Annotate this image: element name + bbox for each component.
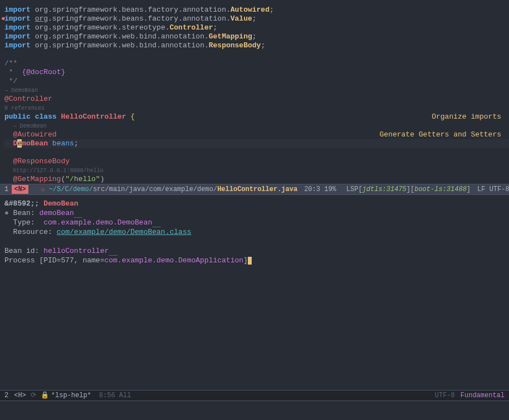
annotation-line[interactable]: @Controller [4, 95, 509, 104]
minibuffer[interactable] [0, 401, 509, 410]
inlay-hint: → DemoBean [4, 86, 509, 95]
help-resource: Resource: com/example/demo/DemoBean.clas… [4, 228, 505, 237]
help-process: Process [PID=577, name=com.example.demo.… [4, 256, 505, 266]
cursor-position: 8:56 All [99, 391, 131, 400]
modeline-bottom[interactable]: 2 <H> ⟳ 🔒 *lsp-help* 8:56 All UTF-8 Fund… [0, 390, 509, 401]
buffer-path: ~/S/C/demo/src/main/java/com/example/dem… [45, 185, 297, 194]
import-line[interactable]: import org.springframework.stereotype.Co… [4, 23, 509, 32]
current-line[interactable]: DemoBean beans; [4, 139, 509, 148]
blank-line [4, 237, 505, 247]
java-file-icon [31, 185, 38, 194]
help-bean: ● Bean: demoBean [4, 209, 505, 218]
lock-icon: 🔒 [41, 391, 49, 400]
blank-line [4, 50, 509, 59]
encoding-indicator: LF UTF-8 [477, 185, 509, 194]
class-declaration[interactable]: public class HelloController {Organize i… [4, 113, 509, 121]
import-line[interactable]: import org.springframework.beans.factory… [4, 6, 509, 14]
lsp-status: LSP[jdtls:31475][boot-ls:31488] [346, 185, 471, 194]
annotation-line[interactable]: @GetMapping("/hello") [4, 175, 509, 184]
javadoc-line[interactable]: */ [4, 77, 509, 86]
help-bean-id: Bean id: helloController [4, 247, 505, 256]
organize-imports-action[interactable]: Organize imports [432, 113, 501, 121]
annotation-line[interactable]: @AutowiredGenerate Getters and Setters [4, 130, 509, 139]
code-lens[interactable]: 0 references [4, 104, 509, 113]
blank-line [4, 148, 509, 157]
inlay-hint: → DemoBean [4, 121, 509, 130]
major-mode: Fundamental [461, 391, 505, 400]
window-number: 1 [4, 185, 8, 194]
cursor-icon [248, 257, 252, 265]
annotation-line[interactable]: @ResponseBody [4, 157, 509, 166]
javadoc-line[interactable]: * {@docRoot} [4, 68, 509, 77]
encoding-indicator: UTF-8 [435, 391, 455, 400]
evil-state-indicator: <N> [12, 185, 28, 194]
window-number: 2 [4, 391, 8, 400]
code-editor-pane[interactable]: import org.springframework.beans.factory… [0, 0, 509, 184]
java-file-icon: ♨ [41, 185, 45, 194]
modeline-top[interactable]: 1 <N> ♨ ~/S/C/demo/src/main/java/com/exa… [0, 184, 509, 195]
warning-marker-icon: ● [1, 14, 6, 23]
inlay-hint: http://127.0.0.1:8080/hello [4, 166, 509, 175]
cursor-position: 20:3 19% [304, 185, 336, 194]
import-line[interactable]: ●import org.springframework.beans.factor… [4, 14, 509, 23]
help-title: &#8592;; DemoBean [4, 199, 505, 209]
resource-link[interactable]: com/example/demo/DemoBean.class [57, 228, 192, 236]
lsp-help-pane[interactable]: &#8592;; DemoBean ● Bean: demoBean Type:… [0, 195, 509, 390]
refresh-icon: ⟳ [31, 391, 36, 400]
help-type: Type: com.example.demo.DemoBean [4, 218, 505, 228]
javadoc-line[interactable]: /** [4, 59, 509, 68]
import-line[interactable]: import org.springframework.web.bind.anno… [4, 41, 509, 50]
evil-state-indicator: <H> [12, 391, 28, 400]
buffer-name: *lsp-help* [51, 391, 91, 400]
generate-getters-setters-action[interactable]: Generate Getters and Setters [380, 130, 501, 139]
import-line[interactable]: import org.springframework.web.bind.anno… [4, 32, 509, 41]
